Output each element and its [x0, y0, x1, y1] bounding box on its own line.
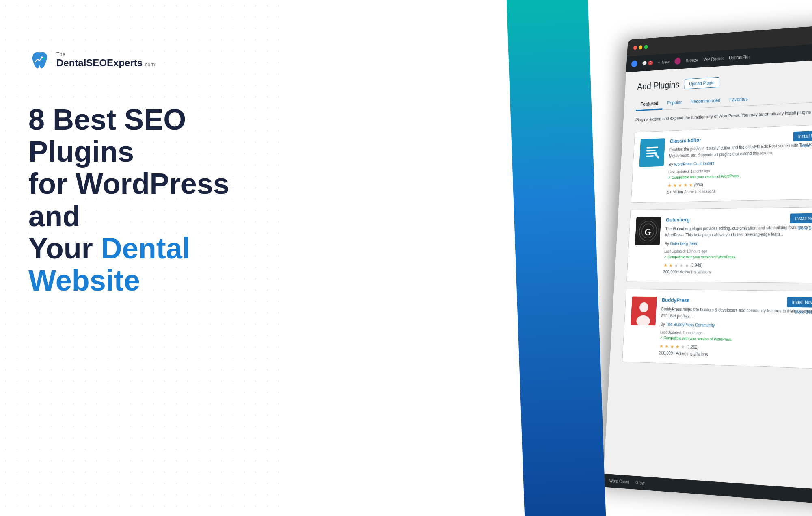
updraftplus-item[interactable]: UpdraftPlus	[729, 54, 751, 60]
logo-area: The Dental SEO Experts .com	[28, 49, 260, 71]
wp-logo	[631, 60, 638, 67]
word-count-item: Word Count	[609, 478, 629, 485]
buddypress-more-details[interactable]: More Details	[795, 309, 812, 315]
plugin-card-buddypress: BuddyPress BuddyPress helps site builder…	[622, 289, 812, 369]
tab-favorites[interactable]: Favorites	[725, 93, 753, 106]
gutenberg-more-details[interactable]: More Details	[798, 225, 812, 231]
grow-item: Grow	[635, 480, 645, 486]
svg-marker-5	[654, 153, 660, 159]
svg-point-0	[43, 57, 45, 60]
new-button[interactable]: New	[657, 59, 669, 65]
wp-content-area: Add Plugins Upload Plugin Featured Popul…	[603, 44, 812, 516]
right-panel: 💬 0 New Breeze WP Rocket UpdraftPlus Add…	[256, 0, 812, 516]
heading-line1: 8 Best SEO Plugins	[28, 103, 186, 168]
heading-line3-normal: Your	[28, 232, 101, 265]
svg-rect-1	[646, 146, 658, 148]
svg-text:G: G	[644, 226, 652, 238]
browser-dots	[633, 45, 648, 50]
classic-editor-more-details[interactable]: More Details	[801, 143, 812, 149]
logo-the: The	[56, 52, 155, 57]
classic-editor-install-btn[interactable]: Install Now	[793, 130, 812, 141]
browser-dot-green	[644, 45, 648, 49]
plugin-cards-grid: Classic Editor Enables the previous "cla…	[622, 114, 812, 377]
svg-rect-3	[646, 152, 657, 154]
gutenberg-author: By Gutenberg Team	[665, 240, 812, 246]
heading-line2: for WordPress and	[28, 167, 229, 232]
breeze-item[interactable]: Breeze	[685, 57, 698, 63]
browser-dot-yellow	[639, 45, 642, 50]
gutenberg-meta: Last Updated: 18 hours ago Compatible wi…	[664, 249, 812, 260]
page-title: Add Plugins	[637, 79, 680, 92]
classic-editor-info: Classic Editor Enables the previous "cla…	[667, 132, 812, 195]
buddypress-install-btn[interactable]: Install Now	[787, 297, 812, 307]
upload-plugin-button[interactable]: Upload Plugin	[684, 77, 719, 89]
buddypress-meta: Last Updated: 1 month ago Compatible wit…	[660, 330, 812, 344]
brand-seo: SEO	[86, 57, 107, 69]
yoast-icon	[674, 57, 681, 65]
gutenberg-install-btn[interactable]: Install Now	[790, 213, 812, 223]
tab-recommended[interactable]: Recommended	[686, 94, 725, 108]
gutenberg-installs: 300,000+ Active Installations	[663, 269, 812, 275]
classic-editor-desc: Enables the previous "classic" editor an…	[669, 141, 812, 159]
comment-icon: 💬	[642, 61, 647, 66]
wp-comments-notif: 💬 0	[642, 60, 653, 66]
brand-experts: Experts	[107, 57, 143, 69]
gutenberg-actions: Install Now More Details	[790, 213, 812, 231]
plugin-card-gutenberg: G Gutenberg The Gutenberg plugin provide…	[626, 207, 812, 284]
classic-editor-author: By WordPress Contributors	[669, 157, 812, 167]
buddypress-icon	[631, 296, 657, 325]
svg-rect-4	[646, 155, 654, 157]
buddypress-author: By The BuddyPress Community	[661, 322, 812, 330]
left-panel: The Dental SEO Experts .com 8 Best SEO P…	[0, 0, 288, 516]
browser-dot-red	[633, 46, 637, 50]
brand-dotcom: .com	[143, 61, 155, 67]
tab-popular[interactable]: Popular	[662, 96, 686, 110]
comment-count: 0	[648, 61, 653, 65]
wp-rocket-item[interactable]: WP Rocket	[703, 56, 724, 62]
browser-window: 💬 0 New Breeze WP Rocket UpdraftPlus Add…	[603, 7, 812, 516]
main-heading: 8 Best SEO Plugins for WordPress and You…	[28, 104, 260, 297]
gutenberg-info: Gutenberg The Gutenberg plugin provides …	[663, 215, 812, 275]
svg-rect-2	[646, 150, 656, 151]
gutenberg-stars: ★ ★ ★ ★ ★ (3,949)	[663, 262, 812, 268]
classic-editor-actions: Install Now More Details	[793, 130, 812, 149]
classic-editor-icon	[639, 138, 665, 167]
tab-featured[interactable]: Featured	[636, 98, 663, 111]
brand-dental: Dental	[56, 57, 86, 69]
logo-text: The Dental SEO Experts .com	[56, 52, 155, 69]
buddypress-actions: Install Now More Details	[787, 297, 812, 315]
arc-gradient	[505, 0, 607, 516]
gutenberg-icon: G	[635, 217, 661, 245]
logo-icon	[28, 49, 51, 71]
classic-editor-meta: Last Updated: 1 month ago Compatible wit…	[668, 165, 812, 180]
plugin-card-classic-editor: Classic Editor Enables the previous "cla…	[631, 124, 812, 203]
